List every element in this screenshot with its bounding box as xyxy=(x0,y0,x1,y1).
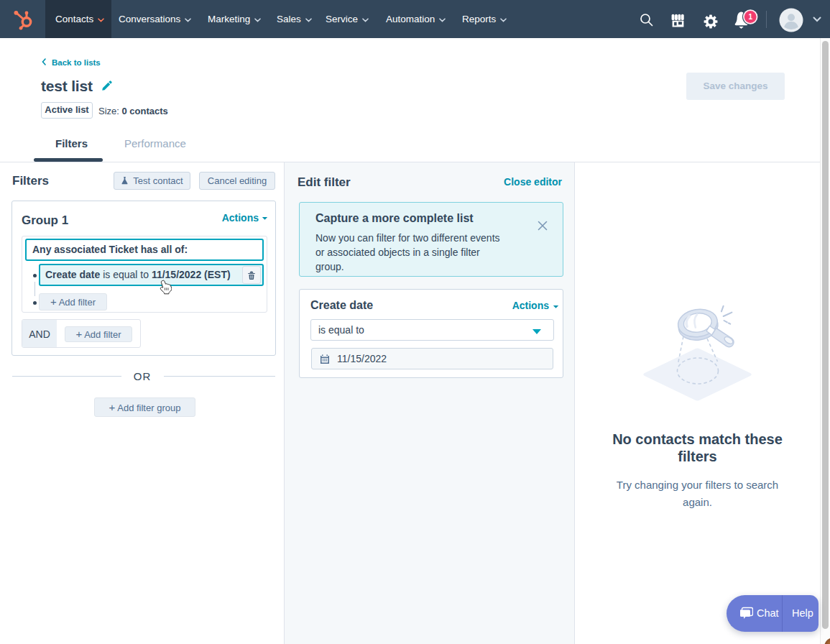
svg-text:1: 1 xyxy=(748,13,752,21)
